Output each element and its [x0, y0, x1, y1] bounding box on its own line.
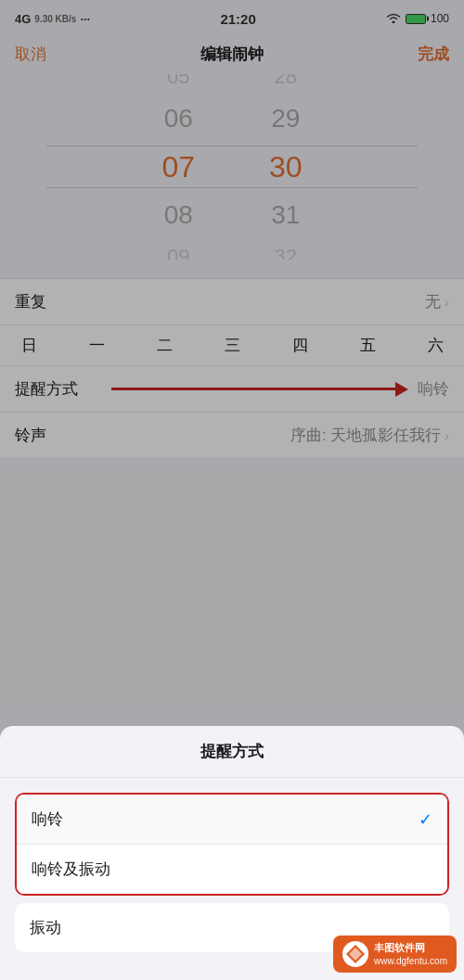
check-icon: ✓: [419, 809, 432, 830]
modal-title: 提醒方式: [0, 726, 464, 778]
option-ring-label: 响铃: [32, 808, 63, 830]
option-ring[interactable]: 响铃 ✓: [17, 795, 447, 844]
brand-icon: [342, 941, 368, 967]
modal-overlay: 提醒方式 响铃 ✓ 响铃及振动 振动: [0, 0, 464, 980]
brand-area: 丰图软件网 www.dgfentu.com: [333, 935, 457, 973]
option-vibrate-label: 振动: [30, 917, 61, 938]
option-ring-vibrate-label: 响铃及振动: [32, 859, 110, 880]
brand-svg: [344, 943, 367, 965]
option-ring-vibrate[interactable]: 响铃及振动: [17, 844, 447, 894]
brand-logo: 丰图软件网 www.dgfentu.com: [333, 935, 457, 973]
modal-options-list: 响铃 ✓ 响铃及振动: [15, 793, 449, 896]
brand-text: 丰图软件网 www.dgfentu.com: [374, 941, 447, 966]
